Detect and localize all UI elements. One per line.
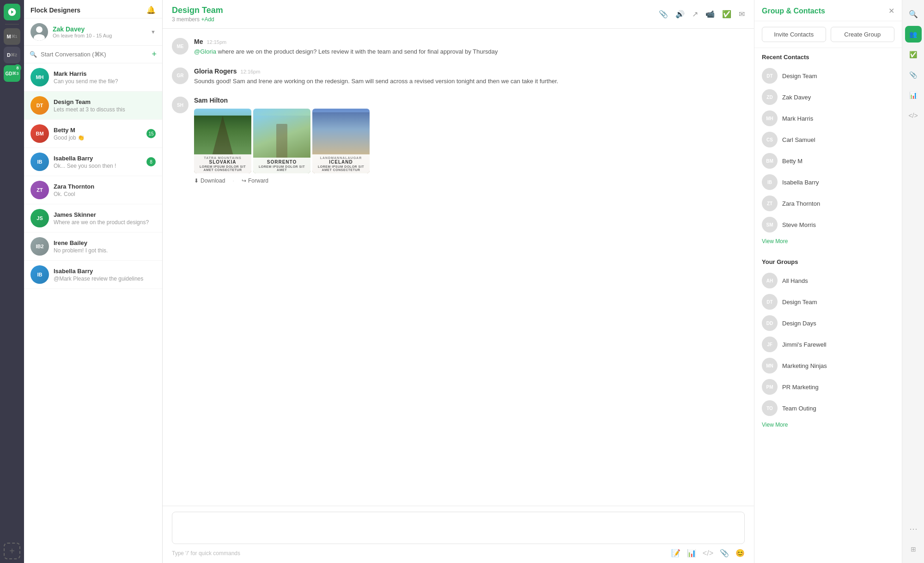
user-name: Zak Davey [53, 25, 112, 33]
workspace-3[interactable]: GD⌘3 8 [4, 65, 20, 82]
contact-name: Isabella Barry [782, 179, 819, 186]
user-card[interactable]: Zak Davey On leave from 10 - 15 Aug ▼ [24, 18, 162, 46]
message-actions: ⬇ Download · ↪ Forward [194, 177, 745, 184]
add-workspace-button[interactable]: + [4, 543, 20, 559]
panel-header: Group & Contacts ✕ [754, 0, 902, 21]
emoji-icon[interactable]: 😊 [736, 549, 745, 557]
avatar: IB [30, 265, 49, 284]
chat-input-area: Type '/' for quick commands 📝 📊 </> 📎 😊 [163, 506, 754, 563]
group-item[interactable]: MN Marketing Ninjas [762, 355, 894, 376]
invite-contacts-button[interactable]: Invite Contacts [762, 27, 826, 42]
video-call-icon[interactable]: 📹 [705, 10, 715, 18]
code-rail-icon[interactable]: </> [905, 107, 922, 124]
conversation-info: Isabella Barry Ok... See you soon then ! [54, 155, 142, 169]
image-iceland[interactable]: Landmannalaugar ICELAND Lorem ipsum dolo… [312, 109, 370, 173]
add-members-link[interactable]: +Add [201, 16, 214, 23]
image-label: Landmannalaugar ICELAND Lorem ipsum dolo… [312, 154, 370, 173]
user-avatar [30, 23, 48, 41]
avatar: IB2 [30, 237, 49, 256]
message-time: 12:15pm [207, 39, 226, 45]
flock-logo[interactable] [4, 4, 20, 20]
chat-title: Design Team [172, 6, 223, 15]
attachment-icon[interactable]: 📎 [659, 10, 668, 18]
group-item[interactable]: AH All Hands [762, 270, 894, 291]
avatar: MH [762, 110, 778, 126]
mute-icon[interactable]: 🔊 [675, 10, 685, 18]
message-input[interactable] [172, 512, 745, 544]
code-icon[interactable]: </> [703, 549, 713, 557]
conversation-sidebar: Flock Designers 🔔 Zak Davey On leave fro… [24, 0, 163, 563]
conversation-item[interactable]: DT Design Team Lets meet at 3 to discuss… [24, 92, 162, 120]
image-label: SORRENTO Lorem ipsum dolor sit amet [253, 158, 310, 173]
avatar: SM [762, 217, 778, 233]
view-more-contacts-button[interactable]: View More [762, 235, 894, 249]
task-rail-icon[interactable]: ✅ [905, 46, 922, 63]
conversation-item[interactable]: JS James Skinner Where are we on the pro… [24, 204, 162, 233]
avatar: ZT [762, 196, 778, 211]
contact-item[interactable]: CS Carl Samuel [762, 129, 894, 150]
bell-icon[interactable]: 🔔 [146, 6, 156, 14]
download-button[interactable]: ⬇ Download [194, 177, 225, 184]
attachment-rail-icon[interactable]: 📎 [905, 67, 922, 83]
conversation-item[interactable]: IB Isabella Barry Ok... See you soon the… [24, 148, 162, 176]
message-group: GR Gloria Rogers 12:16pm Sounds good! Sa… [172, 67, 745, 86]
group-item[interactable]: DT Design Team [762, 291, 894, 312]
conversation-info: Zara Thornton Ok. Cool [54, 183, 156, 197]
email-icon[interactable]: ✉ [739, 10, 745, 18]
group-item[interactable]: PM PR Marketing [762, 376, 894, 398]
svg-point-0 [36, 26, 43, 33]
conversation-item[interactable]: BM Betty M Good job 👏 15 [24, 120, 162, 148]
image-road[interactable]: SORRENTO Lorem ipsum dolor sit amet [253, 109, 310, 173]
contact-item[interactable]: MH Mark Harris [762, 108, 894, 129]
analytics-rail-icon[interactable]: 📊 [905, 87, 922, 104]
conversation-info: Irene Bailey No problem! I got this. [54, 239, 156, 254]
message-group: ME Me 12:15pm @Gloria where are we on th… [172, 38, 745, 56]
contact-item[interactable]: ZT Zara Thornton [762, 193, 894, 214]
conversation-name: James Skinner [54, 211, 156, 218]
conversation-item[interactable]: IB Isabella Barry @Mark Please review th… [24, 261, 162, 289]
search-rail-icon[interactable]: 🔍 [905, 6, 922, 22]
conversation-preview: Where are we on the product designs? [54, 219, 156, 226]
sidebar-header-icons: 🔔 [146, 6, 156, 14]
text-format-icon[interactable]: 📝 [671, 549, 681, 557]
group-item[interactable]: JF Jimmi's Farewell [762, 334, 894, 355]
view-more-groups-button[interactable]: View More [762, 419, 894, 433]
workspace-2[interactable]: D⌘2 [4, 47, 20, 63]
conversation-item[interactable]: ZT Zara Thornton Ok. Cool [24, 176, 162, 204]
screen-share-icon[interactable]: ↗ [692, 10, 698, 18]
contact-item[interactable]: SM Steve Morris [762, 214, 894, 235]
conversation-item[interactable]: MH Mark Harris Can you send me the file? [24, 63, 162, 92]
group-name: PR Marketing [782, 384, 819, 391]
image-slovakia[interactable]: Tatra Mountains SLOVAKIA Lorem ipsum dol… [194, 109, 251, 173]
attachment-icon[interactable]: 📎 [720, 549, 729, 557]
contacts-list: DT Design Team ZD Zak Davey MH Mark Harr… [762, 65, 894, 235]
message-content: Sam Hilton Tatra Mountains SLOVAKIA Lore… [194, 97, 745, 184]
chart-icon[interactable]: 📊 [687, 549, 696, 557]
avatar: JF [762, 337, 778, 352]
forward-button[interactable]: ↪ Forward [242, 177, 268, 184]
conversation-preview: Ok. Cool [54, 191, 156, 197]
avatar: IB [30, 153, 49, 171]
contact-item[interactable]: IB Isabella Barry [762, 171, 894, 193]
contact-item[interactable]: DT Design Team [762, 65, 894, 86]
contacts-rail-icon[interactable]: 👥 [905, 26, 922, 43]
contact-item[interactable]: ZD Zak Davey [762, 86, 894, 108]
conversation-info: Mark Harris Can you send me the file? [54, 70, 156, 85]
avatar: BM [30, 124, 49, 143]
chat-header-info: Design Team 3 members +Add [172, 6, 223, 23]
workspace-1[interactable]: M⌘1 [4, 28, 20, 45]
search-input[interactable] [41, 51, 148, 58]
group-item[interactable]: TO Team Outing [762, 398, 894, 419]
task-icon[interactable]: ✅ [722, 10, 731, 18]
panel-close-button[interactable]: ✕ [888, 6, 894, 15]
conversation-item[interactable]: IB2 Irene Bailey No problem! I got this. [24, 233, 162, 261]
new-conversation-button[interactable]: + [152, 49, 157, 59]
contact-item[interactable]: BM Betty M [762, 150, 894, 171]
create-group-button[interactable]: Create Group [831, 27, 895, 42]
grid-rail-icon[interactable]: ⊞ [905, 541, 922, 557]
avatar: JS [30, 209, 49, 227]
group-name: All Hands [782, 277, 808, 284]
chat-input-toolbar: Type '/' for quick commands 📝 📊 </> 📎 😊 [172, 549, 745, 557]
more-rail-icon[interactable]: ⋯ [905, 520, 922, 537]
group-item[interactable]: DD Design Days [762, 312, 894, 334]
